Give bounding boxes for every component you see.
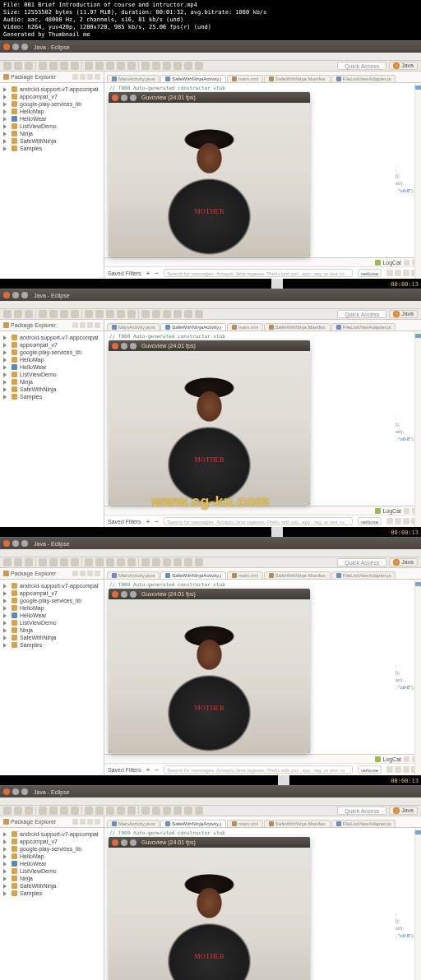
tree-item[interactable]: SafeWithNinja — [3, 386, 100, 393]
expand-icon[interactable] — [3, 847, 7, 852]
toolbar-icon[interactable] — [184, 310, 192, 318]
tree-item[interactable]: HelloMap — [3, 108, 100, 115]
expand-icon[interactable] — [3, 862, 7, 867]
expand-icon[interactable] — [3, 102, 7, 107]
perspective-switcher[interactable]: Java — [389, 62, 418, 70]
tree-item[interactable]: ListViewDemo — [3, 867, 100, 875]
toolbar-icon[interactable] — [95, 807, 104, 815]
view-toolbar-icon[interactable] — [72, 322, 78, 328]
expand-icon[interactable] — [3, 350, 7, 355]
toolbar-icon[interactable] — [163, 310, 171, 318]
quick-access[interactable]: Quick Access — [337, 558, 386, 566]
expand-icon[interactable] — [3, 599, 7, 603]
view-toolbar-icon[interactable] — [72, 74, 78, 80]
remove-filter-icon[interactable]: − — [155, 766, 160, 774]
toolbar-icon[interactable] — [85, 310, 93, 318]
menubar[interactable] — [0, 301, 421, 309]
maximize-icon[interactable] — [21, 44, 28, 50]
minimize-icon[interactable] — [121, 839, 127, 846]
view-toolbar-icon[interactable] — [72, 571, 78, 576]
expand-icon[interactable] — [3, 613, 7, 618]
logcat-tab[interactable]: LogCat — [375, 260, 401, 266]
remove-filter-icon[interactable]: − — [155, 270, 160, 277]
maximize-icon[interactable] — [21, 788, 28, 795]
tree-item[interactable]: Samples — [3, 393, 100, 400]
tree-item[interactable]: google-play-services_lib — [3, 100, 100, 108]
tree-item[interactable]: appcompat_v7 — [3, 341, 100, 349]
toolbar-icon[interactable] — [95, 62, 104, 70]
tree-item[interactable]: Ninja — [3, 875, 100, 882]
logcat-toolbar-icon[interactable] — [403, 270, 409, 276]
project-tree[interactable]: android-support-v7-appcompatappcompat_v7… — [0, 828, 104, 899]
toolbar-icon[interactable] — [152, 310, 160, 318]
view-toolbar-icon[interactable] — [72, 819, 78, 825]
expand-icon[interactable] — [3, 380, 7, 385]
toolbar-icon[interactable] — [173, 558, 182, 566]
toolbar-icon[interactable] — [141, 807, 150, 815]
editor-tab[interactable]: SafeWithNinja Manifes — [264, 820, 331, 827]
tree-item[interactable]: HelloWear — [3, 860, 100, 867]
tree-item[interactable]: SafeWithNinja — [3, 634, 100, 641]
view-toolbar-icon[interactable] — [95, 322, 100, 328]
tree-item[interactable]: android-support-v7-appcompat — [3, 86, 100, 93]
maximize-icon[interactable] — [21, 540, 28, 547]
expand-icon[interactable] — [3, 891, 7, 896]
expand-icon[interactable] — [3, 606, 7, 611]
toolbar-icon[interactable] — [25, 62, 33, 70]
window-titlebar[interactable]: Java - Eclipse — [0, 41, 421, 53]
tree-item[interactable]: SafeWithNinja — [3, 882, 100, 890]
tree-item[interactable]: google-play-services_lib — [3, 845, 100, 853]
toolbar[interactable]: Quick AccessJava — [0, 806, 421, 816]
view-toolbar-icon[interactable] — [80, 74, 86, 80]
logcat-toolbar-icon[interactable] — [386, 766, 393, 773]
view-toolbar-icon[interactable] — [95, 571, 100, 576]
expand-icon[interactable] — [3, 621, 7, 626]
menubar[interactable] — [0, 549, 421, 557]
remove-filter-icon[interactable]: − — [155, 518, 160, 525]
add-filter-icon[interactable]: + — [146, 766, 150, 774]
tree-item[interactable]: Samples — [3, 890, 100, 897]
expand-icon[interactable] — [3, 584, 7, 589]
expand-icon[interactable] — [3, 839, 7, 844]
project-tree[interactable]: android-support-v7-appcompatappcompat_v7… — [0, 580, 104, 651]
editor-tab[interactable]: SafeWithNinjaActivity.j — [160, 571, 226, 579]
toolbar-icon[interactable] — [173, 807, 182, 815]
expand-icon[interactable] — [3, 87, 7, 92]
code-editor[interactable]: // T000 Auto-generated constructor stub;… — [104, 83, 421, 257]
expand-icon[interactable] — [3, 643, 7, 648]
editor-tab[interactable]: SafeWithNinja Manifes — [264, 75, 331, 82]
editor-tab[interactable]: SafeWithNinja Manifes — [264, 323, 331, 331]
toolbar-icon[interactable] — [106, 807, 114, 815]
toolbar-icon[interactable] — [184, 558, 192, 566]
expand-icon[interactable] — [3, 358, 7, 363]
toolbar-icon[interactable] — [60, 310, 68, 318]
minimize-icon[interactable] — [12, 788, 19, 795]
editor-tab[interactable]: main.xml — [227, 75, 263, 82]
overview-ruler[interactable] — [414, 331, 421, 527]
playhead[interactable] — [271, 279, 283, 289]
toolbar-icon[interactable] — [49, 807, 58, 815]
minimize-icon[interactable] — [121, 343, 127, 349]
toolbar-icon[interactable] — [39, 310, 47, 318]
expand-icon[interactable] — [3, 95, 7, 99]
logcat-toolbar-icon[interactable] — [403, 518, 409, 525]
view-toolbar-icon[interactable] — [80, 322, 86, 328]
project-tree[interactable]: android-support-v7-appcompatappcompat_v7… — [0, 83, 104, 155]
toolbar-icon[interactable] — [195, 807, 203, 815]
expand-icon[interactable] — [3, 854, 7, 859]
toolbar-icon[interactable] — [117, 558, 125, 566]
package-explorer-tab[interactable]: Package Explorer — [3, 322, 56, 328]
tree-item[interactable]: appcompat_v7 — [3, 589, 100, 597]
expand-icon[interactable] — [3, 146, 7, 151]
expand-icon[interactable] — [3, 124, 7, 129]
minimize-icon[interactable] — [121, 591, 127, 598]
tree-item[interactable]: google-play-services_lib — [3, 597, 100, 604]
tree-item[interactable]: google-play-services_lib — [3, 349, 100, 356]
toolbar-icon[interactable] — [3, 62, 12, 70]
editor-tab[interactable]: MainActivity.java — [107, 75, 160, 82]
maximize-icon[interactable] — [130, 839, 136, 846]
tree-item[interactable]: android-support-v7-appcompat — [3, 830, 100, 838]
logcat-toolbar-icon[interactable] — [403, 766, 409, 773]
expand-icon[interactable] — [3, 884, 7, 889]
tree-item[interactable]: Ninja — [3, 130, 100, 137]
